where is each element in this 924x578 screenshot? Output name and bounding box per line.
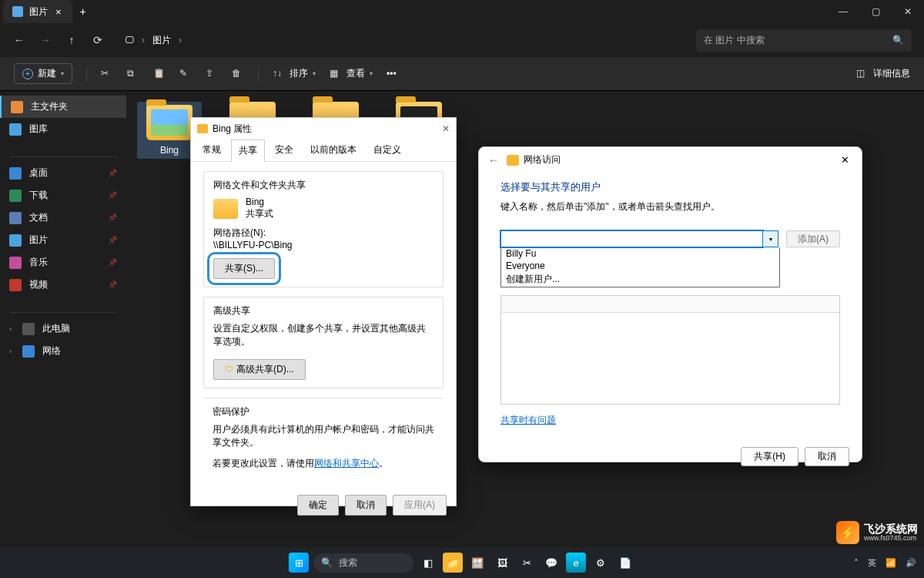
tab-sharing[interactable]: 共享 bbox=[231, 139, 265, 162]
taskbar-search[interactable]: 🔍搜索 bbox=[313, 553, 413, 573]
crumb-pictures[interactable]: 图片 bbox=[152, 34, 171, 47]
app-icon[interactable]: ⚙ bbox=[591, 553, 611, 573]
edge-icon[interactable]: e bbox=[566, 553, 586, 573]
folder-icon bbox=[197, 124, 208, 133]
sidebar-item-music[interactable]: 音乐📌 bbox=[0, 251, 126, 274]
close-button[interactable]: ✕ bbox=[892, 0, 924, 23]
close-tab-icon[interactable]: × bbox=[54, 6, 63, 18]
pin-icon: 📌 bbox=[108, 236, 117, 244]
maximize-button[interactable]: ▢ bbox=[859, 0, 892, 23]
search-icon: 🔍 bbox=[321, 557, 333, 568]
chevron-down-icon: ▾ bbox=[370, 70, 373, 77]
pin-icon: 📌 bbox=[108, 169, 117, 177]
app-icon[interactable]: 🪟 bbox=[467, 553, 487, 573]
option-newuser[interactable]: 创建新用户... bbox=[501, 272, 779, 287]
sidebar-item-videos[interactable]: 视频📌 bbox=[0, 274, 126, 296]
sidebar-item-documents[interactable]: 文档📌 bbox=[0, 207, 126, 229]
wifi-icon: 📶 bbox=[886, 558, 896, 568]
copy-button[interactable]: ⧉ bbox=[127, 68, 139, 80]
system-tray[interactable]: ˄ 英 📶 🔊 bbox=[854, 557, 916, 569]
folder-icon bbox=[507, 155, 519, 166]
share-button[interactable]: 共享(S)... bbox=[213, 258, 275, 279]
desktop-icon bbox=[9, 167, 22, 180]
app-icon[interactable]: 📄 bbox=[615, 553, 635, 573]
tab-title: 图片 bbox=[29, 5, 48, 18]
sort-button[interactable]: ↑↓排序 ▾ bbox=[273, 67, 316, 80]
share-confirm-button[interactable]: 共享(H) bbox=[741, 447, 798, 466]
tab-general[interactable]: 常规 bbox=[196, 139, 228, 161]
dropdown-button[interactable]: ▾ bbox=[763, 230, 778, 247]
chevron-down-icon: ▾ bbox=[61, 70, 64, 77]
sidebar-item-network[interactable]: ›网络 bbox=[0, 340, 126, 362]
folder-icon bbox=[213, 199, 238, 219]
watermark-icon: ⚡ bbox=[836, 521, 859, 544]
delete-button[interactable]: 🗑 bbox=[232, 68, 244, 80]
app-icon[interactable]: 🖼 bbox=[492, 553, 512, 573]
cancel-button[interactable]: 取消 bbox=[805, 447, 849, 466]
share-list[interactable] bbox=[500, 295, 840, 405]
pin-icon: 📌 bbox=[108, 213, 117, 222]
forward-icon[interactable]: → bbox=[38, 34, 52, 46]
new-button[interactable]: + 新建 ▾ bbox=[14, 63, 72, 84]
details-pane-button[interactable]: ◫详细信息 bbox=[856, 67, 910, 80]
explorer-icon[interactable]: 📁 bbox=[443, 553, 463, 573]
cancel-button[interactable]: 取消 bbox=[345, 495, 387, 516]
ime-indicator: 英 bbox=[868, 557, 876, 569]
paste-button[interactable]: 📋 bbox=[153, 68, 166, 80]
home-icon bbox=[11, 101, 23, 113]
option-billyfu[interactable]: Billy Fu bbox=[501, 247, 779, 260]
network-center-link[interactable]: 网络和共享中心 bbox=[314, 458, 379, 469]
option-everyone[interactable]: Everyone bbox=[501, 260, 779, 272]
chevron-up-icon: ˄ bbox=[854, 558, 859, 568]
start-button[interactable]: ⊞ bbox=[289, 553, 309, 573]
refresh-icon[interactable]: ⟳ bbox=[91, 34, 105, 46]
shield-icon: 🛡 bbox=[225, 365, 233, 374]
new-tab-button[interactable]: + bbox=[72, 5, 94, 18]
ok-button[interactable]: 确定 bbox=[297, 495, 339, 516]
close-icon[interactable]: ✕ bbox=[837, 154, 852, 166]
apply-button[interactable]: 应用(A) bbox=[393, 495, 447, 516]
sidebar-item-home[interactable]: 主文件夹 bbox=[0, 96, 126, 118]
user-input[interactable] bbox=[500, 230, 763, 247]
chevron-right-icon: › bbox=[179, 35, 182, 45]
pictures-icon bbox=[9, 234, 22, 247]
tab-custom[interactable]: 自定义 bbox=[367, 139, 408, 161]
taskview-icon[interactable]: ◧ bbox=[418, 553, 438, 573]
breadcrumb[interactable]: 🖵 › 图片 › bbox=[117, 29, 684, 52]
back-icon[interactable]: ← bbox=[12, 34, 26, 46]
back-icon[interactable]: ← bbox=[488, 154, 499, 166]
sidebar-item-thispc[interactable]: ›此电脑 bbox=[0, 318, 126, 340]
up-icon[interactable]: ↑ bbox=[65, 34, 79, 46]
close-icon[interactable]: ✕ bbox=[442, 123, 450, 134]
user-dropdown: Billy Fu Everyone 创建新用户... bbox=[500, 247, 780, 287]
paste-icon: 📋 bbox=[153, 68, 166, 80]
rename-icon: ✎ bbox=[179, 68, 192, 80]
add-button[interactable]: 添加(A) bbox=[786, 230, 840, 247]
cut-button[interactable]: ✂ bbox=[101, 68, 113, 80]
sidebar-item-desktop[interactable]: 桌面📌 bbox=[0, 162, 126, 184]
search-input[interactable]: 在 图片 中搜索 🔍 bbox=[696, 29, 912, 52]
tab-security[interactable]: 安全 bbox=[268, 139, 300, 161]
document-icon bbox=[9, 212, 22, 224]
more-button[interactable]: ••• bbox=[387, 69, 397, 79]
sidebar-item-gallery[interactable]: 图库 bbox=[0, 118, 126, 140]
sidebar-item-downloads[interactable]: 下载📌 bbox=[0, 184, 126, 207]
shared-label: 共享式 bbox=[246, 207, 273, 220]
rename-button[interactable]: ✎ bbox=[179, 68, 192, 80]
folder-icon bbox=[146, 105, 192, 140]
app-icon[interactable]: ✂ bbox=[517, 553, 537, 573]
minimize-button[interactable]: — bbox=[827, 0, 859, 23]
group-net-title: 网络文件和文件夹共享 bbox=[210, 179, 309, 192]
app-icon[interactable]: 💬 bbox=[541, 553, 561, 573]
adv-share-button[interactable]: 🛡高级共享(D)... bbox=[213, 359, 306, 380]
music-icon bbox=[9, 257, 22, 269]
netpath-value: \\BILLYFU-PC\Bing bbox=[213, 240, 434, 250]
window-tab[interactable]: 图片 × bbox=[3, 0, 72, 23]
tab-previous[interactable]: 以前的版本 bbox=[303, 139, 363, 161]
view-button[interactable]: ▦查看 ▾ bbox=[330, 67, 373, 80]
properties-dialog: Bing 属性 ✕ 常规 共享 安全 以前的版本 自定义 网络文件和文件夹共享 … bbox=[190, 117, 457, 506]
share-button[interactable]: ⇪ bbox=[206, 68, 218, 80]
sidebar-item-pictures[interactable]: 图片📌 bbox=[0, 229, 126, 251]
volume-icon: 🔊 bbox=[906, 558, 916, 568]
problem-link[interactable]: 共享时有问题 bbox=[500, 414, 556, 427]
